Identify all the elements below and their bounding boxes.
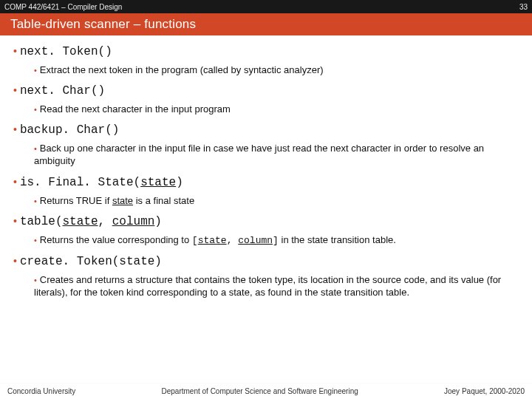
slide: COMP 442/6421 – Compiler Design 33 Table… bbox=[0, 0, 532, 399]
footer: Concordia University Department of Compu… bbox=[0, 383, 532, 399]
bullet-icon: • bbox=[34, 66, 37, 75]
course-label: COMP 442/6421 – Compiler Design bbox=[4, 3, 122, 11]
bullet-icon: • bbox=[13, 176, 17, 188]
bullet-icon: • bbox=[13, 45, 17, 57]
function-description: •Returns the value corresponding to [sta… bbox=[34, 233, 519, 248]
slide-title: Table-driven scanner – functions bbox=[10, 17, 196, 32]
description-text: Back up one character in the input file … bbox=[34, 143, 484, 167]
function-heading: •next. Token() bbox=[13, 43, 519, 61]
bullet-icon: • bbox=[34, 144, 37, 153]
function-name: table(state, column) bbox=[20, 215, 162, 228]
bullet-icon: • bbox=[34, 236, 37, 245]
content-body: •next. Token()•Extract the next token in… bbox=[0, 35, 532, 399]
top-bar: COMP 442/6421 – Compiler Design 33 bbox=[0, 0, 532, 13]
function-description: •Back up one character in the input file… bbox=[34, 142, 519, 168]
bullet-icon: • bbox=[13, 123, 17, 135]
function-description: •Read the next character in the input pr… bbox=[34, 103, 519, 116]
function-name: backup. Char() bbox=[20, 123, 119, 137]
description-text: Returns TRUE if state is a final state bbox=[40, 195, 194, 206]
page-number: 33 bbox=[519, 3, 528, 11]
function-description: •Returns TRUE if state is a final state bbox=[34, 194, 519, 208]
function-name: next. Token() bbox=[20, 45, 112, 58]
function-heading: •create. Token(state) bbox=[13, 253, 519, 270]
function-name: next. Char() bbox=[20, 84, 105, 98]
bullet-icon: • bbox=[34, 105, 37, 114]
description-text: Extract the next token in the program (c… bbox=[40, 64, 324, 75]
function-description: •Extract the next token in the program (… bbox=[34, 64, 519, 77]
function-name: is. Final. State(state) bbox=[20, 176, 183, 189]
function-name: create. Token(state) bbox=[20, 255, 162, 268]
function-heading: •backup. Char() bbox=[13, 121, 519, 139]
function-description: •Creates and returns a structure that co… bbox=[34, 273, 519, 299]
description-text: Read the next character in the input pro… bbox=[40, 103, 231, 115]
function-heading: •table(state, column) bbox=[13, 213, 519, 231]
bullet-icon: • bbox=[34, 276, 37, 284]
footer-right: Joey Paquet, 2000-2020 bbox=[444, 387, 525, 395]
footer-left: Concordia University bbox=[7, 387, 75, 395]
footer-center: Department of Computer Science and Softw… bbox=[162, 387, 358, 395]
description-text: Returns the value corresponding to [stat… bbox=[40, 234, 396, 245]
function-heading: •is. Final. State(state) bbox=[13, 174, 519, 191]
bullet-icon: • bbox=[34, 197, 37, 205]
function-heading: •next. Char() bbox=[13, 82, 519, 100]
bullet-icon: • bbox=[13, 255, 17, 267]
title-bar: Table-driven scanner – functions bbox=[0, 13, 532, 35]
bullet-icon: • bbox=[13, 215, 17, 227]
description-text: Creates and returns a structure that con… bbox=[34, 274, 501, 299]
bullet-icon: • bbox=[13, 84, 17, 96]
